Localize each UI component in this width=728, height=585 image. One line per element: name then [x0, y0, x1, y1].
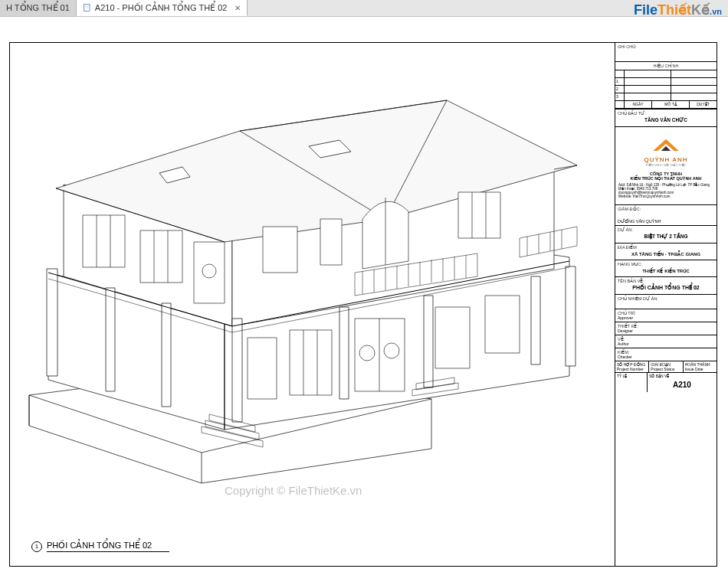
drawing-sheet: 1 PHỐI CẢNH TỔNG THỂ 02 Copyright © File… [9, 42, 717, 567]
project-location: XÃ TĂNG TIẾN - TP.BẮC GIANG [618, 250, 714, 258]
caption-title: PHỐI CẢNH TỔNG THỂ 02 [47, 541, 169, 552]
svg-rect-14 [458, 192, 500, 238]
tab-inactive[interactable]: H TỔNG THỂ 01 [0, 0, 77, 16]
chu-dau-tu-value: TĂNG VĂN CHỨC [618, 116, 714, 125]
svg-rect-42 [339, 307, 349, 399]
title-block: GHI CHÚ: HIỆU CHỈNH 1 2 3 NGÀY MÔ TẢ DUY… [615, 43, 717, 566]
svg-rect-3 [106, 288, 115, 391]
copyright-watermark: Copyright © FileThietKe.vn [225, 484, 362, 497]
svg-rect-5 [83, 215, 125, 267]
svg-rect-40 [485, 296, 520, 353]
drawing-title: PHỐI CẢNH TỔNG THỂ 02 [618, 283, 714, 292]
svg-rect-11 [263, 227, 297, 273]
project-name: BIỆT THỰ 2 TẦNG [618, 232, 714, 241]
sheet-number: A210 [649, 378, 715, 391]
svg-rect-44 [531, 276, 540, 364]
sheet-icon [83, 3, 92, 12]
svg-rect-39 [435, 307, 470, 368]
svg-rect-32 [290, 330, 332, 395]
svg-rect-45 [566, 266, 576, 366]
tab-label: H TỔNG THỂ 01 [6, 3, 70, 13]
svg-rect-12 [320, 219, 342, 265]
svg-rect-46 [194, 242, 225, 303]
svg-rect-8 [140, 230, 182, 283]
close-icon[interactable]: ✕ [234, 4, 241, 12]
view-tabs: H TỔNG THỂ 01 A210 - PHỐI CẢNH TỔNG THỂ … [0, 0, 728, 17]
drawing-viewport[interactable]: 1 PHỐI CẢNH TỔNG THỂ 02 Copyright © File… [10, 43, 615, 566]
logo-icon [648, 133, 684, 156]
svg-rect-4 [162, 303, 171, 407]
revision-table: HIỆU CHỈNH 1 2 3 NGÀY MÔ TẢ DUYỆT [615, 62, 717, 109]
svg-rect-43 [424, 296, 433, 387]
svg-rect-1 [85, 5, 89, 8]
tab-label: A210 - PHỐI CẢNH TỔNG THỂ 02 [95, 3, 228, 13]
company-logo-block: QUỲNH ANH KIẾN TRÚC NỘI THẤT VIỆT CÔNG T… [615, 127, 717, 205]
house-3d-perspective [18, 66, 615, 495]
tab-active[interactable]: A210 - PHỐI CẢNH TỔNG THỂ 02 ✕ [77, 0, 248, 16]
svg-rect-2 [47, 269, 57, 376]
view-caption: 1 PHỐI CẢNH TỔNG THỂ 02 [31, 541, 169, 552]
svg-rect-41 [232, 319, 242, 422]
brand-watermark: FileThiếtKế.vn [634, 2, 722, 18]
svg-rect-35 [355, 319, 405, 391]
caption-number: 1 [31, 541, 42, 552]
svg-rect-31 [248, 338, 277, 399]
company-name: CÔNG TY TNHH KIẾN TRÚC NỘI THẤT QUỲNH AN… [630, 172, 701, 181]
